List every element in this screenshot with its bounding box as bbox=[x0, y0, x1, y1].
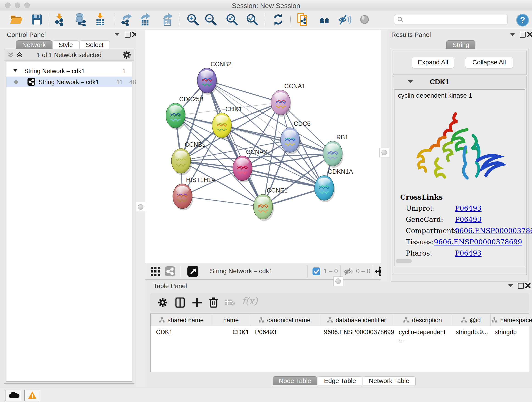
node-CCNE1[interactable]: CCNE1 bbox=[253, 187, 288, 221]
column-header-name[interactable]: name bbox=[212, 314, 250, 326]
left-splitter-handle[interactable] bbox=[136, 202, 146, 212]
cdk1-section-header[interactable]: CDK1 bbox=[393, 76, 526, 88]
cloud-button[interactable] bbox=[5, 390, 21, 401]
panel-menu-icon[interactable] bbox=[510, 33, 515, 36]
close-panel-icon[interactable] bbox=[525, 283, 531, 288]
crosslink-link[interactable]: P06493 bbox=[455, 249, 481, 257]
close-panel-icon[interactable] bbox=[527, 32, 532, 37]
tab-edge-table[interactable]: Edge Table bbox=[318, 376, 362, 385]
share-document-icon[interactable] bbox=[296, 13, 309, 26]
network-collection-row[interactable]: String Network – cdk1 1 bbox=[6, 65, 132, 76]
column-header-description[interactable]: description bbox=[394, 314, 451, 326]
warning-button[interactable] bbox=[24, 390, 40, 401]
cloud-icon bbox=[6, 390, 21, 401]
zoom-fit-icon[interactable] bbox=[225, 13, 239, 26]
table-cell[interactable]: CDK1 bbox=[151, 326, 212, 337]
string-results-container: Expand All Collapse All CDK1 cyclin-depe… bbox=[391, 49, 529, 281]
section-disclosure-icon[interactable] bbox=[408, 80, 413, 83]
node-CDKN1A[interactable]: CDKN1A bbox=[315, 168, 353, 202]
tab-style[interactable]: Style bbox=[52, 40, 79, 49]
node-CCNB2[interactable]: CCNB2 bbox=[197, 61, 232, 95]
crosslink-link[interactable]: P06493 bbox=[455, 204, 481, 212]
table-settings-gear-icon[interactable] bbox=[158, 298, 167, 307]
tab-node-table[interactable]: Node Table bbox=[273, 376, 317, 385]
tab-string[interactable]: String bbox=[446, 40, 475, 49]
column-header-@id[interactable]: @id bbox=[451, 314, 491, 326]
create-column-icon[interactable] bbox=[192, 298, 202, 307]
zoom-selected-icon[interactable] bbox=[245, 13, 259, 26]
network-label: String Network – cdk1 bbox=[38, 79, 99, 86]
tab-select[interactable]: Select bbox=[80, 40, 110, 49]
left-splitter[interactable] bbox=[136, 30, 145, 387]
crosslink-link[interactable]: 9606.ENSP00000378699 bbox=[434, 238, 522, 246]
node-CDC6[interactable]: CDC6 bbox=[280, 120, 311, 154]
home-icon[interactable] bbox=[318, 13, 331, 26]
save-session-icon[interactable] bbox=[30, 13, 44, 26]
help-icon[interactable]: ? bbox=[516, 13, 529, 27]
tab-network-table[interactable]: Network Table bbox=[363, 376, 416, 385]
collection-disclosure-icon[interactable] bbox=[13, 69, 17, 72]
search-input[interactable] bbox=[406, 15, 503, 24]
detach-view-icon[interactable] bbox=[187, 266, 198, 277]
preview-icon[interactable] bbox=[358, 13, 371, 26]
export-network-icon[interactable] bbox=[120, 13, 133, 26]
import-table-icon[interactable] bbox=[94, 13, 107, 26]
table-cell[interactable]: P06493 bbox=[249, 326, 318, 337]
export-table-icon[interactable] bbox=[138, 13, 152, 26]
node-RB1[interactable]: RB1 bbox=[323, 134, 348, 168]
column-header-namespace[interactable]: namespace bbox=[491, 314, 532, 326]
table-cell[interactable]: CDK1 bbox=[212, 326, 249, 337]
toolbar-separator bbox=[307, 265, 308, 278]
network-canvas[interactable]: CCNB2CCNA1CDC25BCDK1CDC6RB1CCNB1CCNA2CDK… bbox=[145, 30, 381, 263]
node-HIST1H1A[interactable]: HIST1H1A bbox=[173, 177, 215, 211]
zoom-out-icon[interactable] bbox=[204, 13, 217, 26]
node-CCNA1[interactable]: CCNA1 bbox=[271, 83, 305, 117]
float-panel-icon[interactable] bbox=[125, 32, 131, 38]
table-cell[interactable]: 9606.ENSP00000378699 bbox=[318, 326, 393, 337]
table-panel-tabs: Node TableEdge TableNetwork Table bbox=[273, 376, 416, 385]
crosslinks-list: Uniprot:P06493GeneCard:P06493Compartment… bbox=[406, 204, 520, 260]
zoom-in-icon[interactable] bbox=[186, 13, 199, 26]
column-header-canonical-name[interactable]: canonical name bbox=[250, 314, 319, 326]
crosslink-link[interactable]: 9606.ENSP00000378699 bbox=[455, 227, 532, 235]
node-table[interactable]: shared namenamecanonical namedatabase id… bbox=[150, 313, 529, 372]
float-panel-icon[interactable] bbox=[518, 283, 524, 289]
table-cell[interactable]: stringdb bbox=[489, 326, 532, 337]
column-header-shared-name[interactable]: shared name bbox=[151, 314, 212, 326]
right-splitter[interactable] bbox=[381, 30, 387, 281]
crosslink-link[interactable]: P06493 bbox=[455, 216, 481, 223]
collapse-all-button[interactable]: Collapse All bbox=[465, 57, 513, 68]
tab-network[interactable]: Network bbox=[16, 40, 52, 49]
results-hscrollbar[interactable] bbox=[396, 259, 412, 263]
cdk1-details: cyclin-dependent kinase 1 bbox=[394, 89, 525, 266]
grid-view-icon[interactable] bbox=[150, 266, 160, 276]
network-list-icon[interactable] bbox=[165, 266, 175, 276]
node-label-CCNB1: CCNB1 bbox=[185, 141, 206, 148]
panel-menu-icon[interactable] bbox=[114, 33, 120, 36]
expand-all-button[interactable]: Expand All bbox=[412, 57, 454, 68]
panel-menu-icon[interactable] bbox=[508, 284, 513, 287]
table-cell[interactable]: cyclin-dependent ... bbox=[393, 326, 450, 337]
column-header-database-identifier[interactable]: database identifier bbox=[319, 314, 394, 326]
import-database-icon[interactable] bbox=[74, 13, 87, 26]
node-layer: CCNB2CCNA1CDC25BCDK1CDC6RB1CCNB1CCNA2CDK… bbox=[166, 61, 353, 221]
open-session-icon[interactable] bbox=[9, 13, 23, 26]
edge-CCNB2-CCNE1[interactable] bbox=[207, 80, 263, 207]
refresh-view-icon[interactable] bbox=[272, 13, 285, 26]
table-row[interactable]: CDK1CDK1P064939606.ENSP00000378699cyclin… bbox=[151, 326, 529, 337]
float-panel-icon[interactable] bbox=[520, 32, 526, 38]
node-label-CCNB2: CCNB2 bbox=[210, 61, 232, 68]
delete-column-icon[interactable] bbox=[209, 297, 219, 307]
node-CCNB1[interactable]: CCNB1 bbox=[171, 141, 206, 175]
gear-icon[interactable] bbox=[123, 51, 131, 59]
export-image-icon[interactable] bbox=[161, 13, 174, 26]
network-row[interactable]: String Network – cdk1 11 48 bbox=[6, 77, 132, 87]
show-columns-icon[interactable] bbox=[175, 298, 185, 307]
selected-checkbox-icon[interactable] bbox=[312, 268, 320, 275]
search-box[interactable] bbox=[394, 14, 508, 25]
edge-CCNE1-HIST1H1A[interactable] bbox=[182, 196, 263, 207]
table-cell[interactable]: stringdb:9... bbox=[450, 326, 489, 337]
edge-CCNB2-CCNA1[interactable] bbox=[207, 80, 281, 102]
hide-unhide-panels-icon[interactable] bbox=[338, 13, 351, 26]
import-network-icon[interactable] bbox=[53, 13, 66, 26]
